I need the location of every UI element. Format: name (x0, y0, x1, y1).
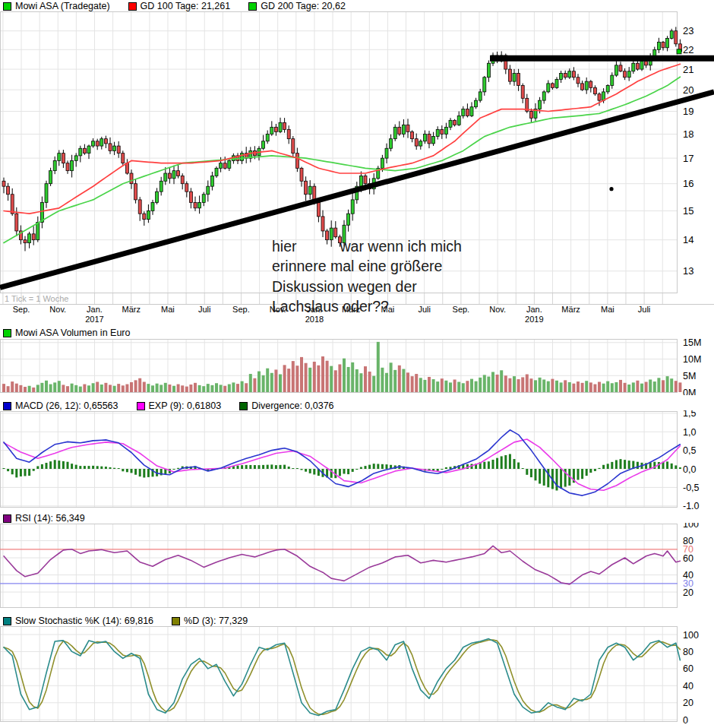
divergence-bar (301, 469, 303, 470)
volume-bar (113, 386, 116, 392)
divergence-bar (139, 469, 141, 476)
legend-label: EXP (9): 0,61803 (149, 400, 222, 411)
volume-bar (287, 369, 290, 392)
divergence-bar (100, 467, 103, 469)
volume-axis-label: 15M (683, 337, 701, 348)
divergence-bar (3, 468, 5, 469)
candle-down (2, 181, 5, 186)
candle-down (598, 94, 601, 100)
candle-down (295, 154, 299, 169)
volume-bar (308, 368, 311, 392)
divergence-bar (615, 460, 618, 469)
candle-up (160, 181, 163, 191)
volume-bar (207, 384, 210, 392)
divergence-bar (88, 466, 90, 469)
candle-down (529, 112, 532, 119)
candle-up (547, 84, 550, 92)
divergence-bar (517, 463, 520, 469)
volume-bar (262, 375, 265, 392)
candle-up (147, 210, 150, 219)
volume-bar (589, 382, 592, 392)
candle-up (670, 31, 673, 39)
volume-bar (491, 372, 494, 392)
candle-down (334, 228, 337, 237)
divergence-bar (445, 467, 447, 469)
candle-up (432, 137, 435, 144)
divergence-bar (49, 461, 52, 469)
divergence-bar (96, 466, 99, 469)
volume-bar (334, 370, 337, 392)
divergence-bar (496, 458, 498, 469)
month-label: Mai (381, 305, 395, 314)
volume-bar (636, 381, 639, 392)
volume-bar (624, 383, 627, 392)
divergence-bar (33, 469, 35, 471)
divergence-bar (501, 456, 503, 469)
volume-bar (475, 381, 478, 392)
month-label: Juli (418, 305, 431, 314)
divergence-bar (620, 459, 622, 469)
volume-bar (185, 387, 188, 392)
candle-down (326, 231, 329, 240)
volume-bar (359, 373, 362, 392)
volume-bar (496, 375, 499, 392)
volume-bar (457, 382, 460, 392)
volume-bar (2, 384, 5, 392)
candle-up (444, 127, 447, 134)
candle-up (241, 154, 244, 161)
volume-bar (385, 373, 388, 392)
candle-up (359, 176, 362, 186)
plot-border (1, 412, 678, 508)
legend-label: Divergence: 0,0376 (251, 400, 333, 411)
candle-down (619, 65, 622, 71)
month-label: Nov. (49, 305, 66, 314)
divergence-bar (488, 461, 490, 469)
candle-down (11, 195, 14, 214)
volume-legend: Mowi ASA Volumen in Euro (3, 328, 130, 338)
legend-swatch-icon (3, 402, 11, 410)
volume-bar (504, 375, 507, 392)
candle-up (351, 200, 354, 214)
volume-bar (632, 382, 635, 392)
stoch-axis-label: 40 (683, 681, 693, 692)
candle-down (109, 144, 112, 151)
volume-bar (125, 385, 128, 392)
divergence-bar (577, 469, 580, 480)
candle-down (62, 154, 65, 163)
candle-up (611, 75, 614, 86)
divergence-bar (671, 464, 673, 469)
volume-bar (649, 379, 652, 392)
candle-up (71, 160, 74, 170)
candle-up (151, 202, 154, 210)
volume-bar (270, 373, 273, 392)
candle-down (194, 202, 197, 207)
month-label: März (122, 305, 140, 314)
candle-up (627, 71, 630, 78)
volume-bar (156, 384, 159, 392)
candle-down (415, 139, 418, 146)
volume-bar (130, 382, 133, 392)
divergence-bar (105, 467, 107, 469)
macd-line (4, 430, 680, 495)
volume-bar (666, 376, 669, 392)
divergence-bar (339, 469, 341, 476)
divergence-bar (122, 469, 124, 471)
volume-bar (355, 369, 359, 392)
candle-down (551, 84, 554, 87)
divergence-bar (526, 469, 528, 475)
candle-up (198, 202, 201, 207)
volume-bar (423, 380, 426, 392)
candle-down (130, 173, 133, 184)
candle-down (338, 237, 341, 243)
divergence-bar (288, 467, 290, 469)
candle-down (7, 186, 10, 195)
volume-bar (253, 378, 256, 392)
volume-bar (15, 384, 18, 392)
divergence-bar (309, 469, 311, 473)
volume-bar (526, 375, 529, 392)
legend-item: Mowi ASA Volumen in Euro (3, 328, 130, 338)
divergence-bar (143, 469, 145, 477)
price-candlestick-chart: Sep.Nov.Jan.MärzMaiJuliSep.Nov.Jan.MärzM… (0, 11, 714, 327)
volume-bar (581, 383, 584, 392)
divergence-bar (58, 461, 60, 469)
